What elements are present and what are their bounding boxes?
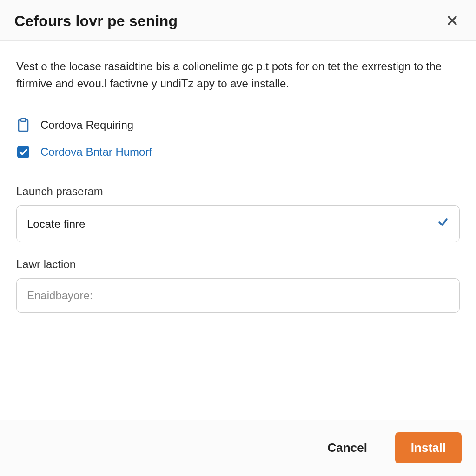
options-list: Cordova Requiring Cordova Bntar Humorf [16, 112, 460, 166]
checkbox-checked-icon[interactable] [16, 145, 30, 159]
option-row-requiring[interactable]: Cordova Requiring [16, 112, 460, 139]
launch-label: Launch praseram [16, 185, 460, 198]
clipboard-icon [16, 118, 30, 132]
option-row-bntar[interactable]: Cordova Bntar Humorf [16, 139, 460, 166]
close-icon [447, 13, 457, 29]
launch-select-value: Locate finre [27, 218, 85, 231]
location-input[interactable] [27, 289, 449, 302]
launch-select[interactable]: Locate finre [16, 205, 460, 242]
dialog-description: Vest o the locase rasaidtine bis a colio… [16, 58, 460, 92]
location-input-wrap[interactable] [16, 278, 460, 313]
close-button[interactable] [443, 12, 462, 30]
install-dialog: Cefours lovr pe sening Vest o the locase… [0, 0, 476, 476]
location-field: Lawr laction [16, 258, 460, 313]
install-button[interactable]: Install [395, 432, 462, 463]
check-icon [437, 216, 449, 231]
option-label: Cordova Requiring [40, 119, 133, 132]
dialog-header: Cefours lovr pe sening [0, 0, 476, 41]
dialog-body: Vest o the locase rasaidtine bis a colio… [0, 41, 476, 420]
location-label: Lawr laction [16, 258, 460, 271]
option-label-link[interactable]: Cordova Bntar Humorf [40, 145, 152, 159]
svg-rect-1 [21, 119, 26, 121]
dialog-title: Cefours lovr pe sening [14, 13, 178, 30]
cancel-button[interactable]: Cancel [312, 432, 383, 463]
svg-rect-2 [17, 146, 29, 158]
launch-field: Launch praseram Locate finre [16, 185, 460, 242]
dialog-footer: Cancel Install [0, 420, 476, 476]
